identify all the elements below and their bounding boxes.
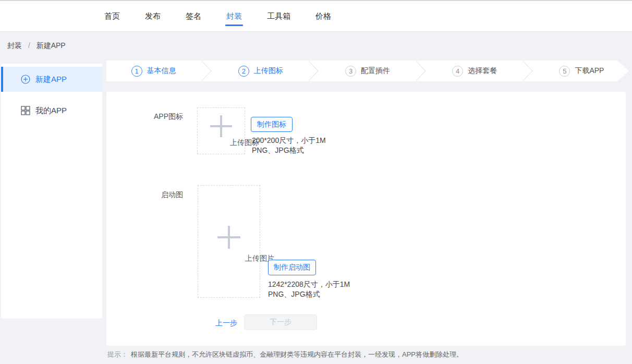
nav-item-home[interactable]: 首页 <box>104 1 120 31</box>
step-number-circle: 1 <box>131 66 142 77</box>
platform-rule-tip: 提示：根据最新平台规则，不允许区块链虚拟币、金融理财类等违规内容在平台封装，一经… <box>107 350 463 359</box>
splash-upload-box[interactable]: 上传图片 <box>198 185 260 298</box>
step-choose-plan: 4 选择套餐 <box>428 60 522 81</box>
step-upload-icon: 2 上传图标 <box>213 60 308 81</box>
sidebar: 新建APP 我的APP <box>1 64 102 319</box>
step-separator-chevron <box>308 60 320 81</box>
nav-item-toolbox[interactable]: 工具箱 <box>267 1 290 31</box>
tip-label: 提示： <box>107 350 128 358</box>
tip-text: 根据最新平台规则，不允许区块链虚拟币、金融理财类等违规内容在平台封装，一经发现，… <box>131 350 463 358</box>
step-separator-chevron <box>201 60 213 81</box>
app-icon-label: APP图标 <box>106 112 183 122</box>
breadcrumb-package[interactable]: 封装 <box>7 41 22 50</box>
step-separator-chevron <box>415 60 428 81</box>
step-number-circle: 4 <box>452 66 463 77</box>
prev-step-link[interactable]: 上一步 <box>215 319 237 328</box>
step-number-circle: 2 <box>238 66 249 77</box>
next-step-button[interactable]: 下一步 <box>244 314 317 330</box>
main-panel: APP图标 上传图标 制作图标 200*200尺寸，小于1M PNG、JPG格式… <box>106 92 626 346</box>
grid-icon <box>21 106 30 115</box>
splash-label: 启动图 <box>106 190 183 200</box>
plus-circle-icon <box>21 75 30 84</box>
step-label: 下载APP <box>575 66 604 76</box>
steps-bar: 1 基本信息 2 上传图标 3 配置插件 4 选择套餐 5 下载APP <box>106 60 629 81</box>
nav-item-package[interactable]: 封装 <box>226 1 242 31</box>
icon-upload-box[interactable]: 上传图标 <box>197 107 245 154</box>
breadcrumb-current: 新建APP <box>37 41 66 50</box>
step-separator-chevron <box>522 60 534 81</box>
splash-format-hint: PNG、JPG格式 <box>268 289 320 299</box>
make-splash-button[interactable]: 制作启动图 <box>268 260 316 275</box>
sidebar-item-new-app[interactable]: 新建APP <box>1 67 102 92</box>
active-tab-underline <box>225 25 243 26</box>
step-label: 配置插件 <box>361 66 390 76</box>
plus-icon <box>217 226 240 249</box>
icon-size-hint: 200*200尺寸，小于1M <box>252 136 326 145</box>
nav-item-package-label: 封装 <box>226 11 242 21</box>
make-icon-button[interactable]: 制作图标 <box>251 117 293 132</box>
top-header: 首页 发布 签名 封装 工具箱 价格 <box>0 1 632 32</box>
step-number-circle: 3 <box>345 66 356 77</box>
step-label: 选择套餐 <box>468 66 497 76</box>
splash-size-hint: 1242*2208尺寸，小于1M <box>268 280 350 289</box>
plus-icon <box>210 115 232 137</box>
step-basic-info: 1 基本信息 <box>106 60 201 81</box>
main-nav: 首页 发布 签名 封装 工具箱 价格 <box>104 1 331 31</box>
nav-item-sign[interactable]: 签名 <box>186 1 201 31</box>
icon-format-hint: PNG、JPG格式 <box>252 145 304 155</box>
step-configure-plugins: 3 配置插件 <box>320 60 415 81</box>
step-number-circle: 5 <box>559 66 570 77</box>
sidebar-item-label: 我的APP <box>35 106 67 116</box>
nav-item-price[interactable]: 价格 <box>315 1 331 31</box>
breadcrumb: 封装 / 新建APP <box>7 41 66 51</box>
nav-item-publish[interactable]: 发布 <box>145 1 161 31</box>
sidebar-item-label: 新建APP <box>35 75 67 84</box>
breadcrumb-separator: / <box>28 41 30 50</box>
sidebar-item-my-app[interactable]: 我的APP <box>1 98 102 123</box>
step-label: 基本信息 <box>147 66 176 76</box>
step-label: 上传图标 <box>254 66 283 76</box>
step-download-app: 5 下载APP <box>534 60 629 81</box>
